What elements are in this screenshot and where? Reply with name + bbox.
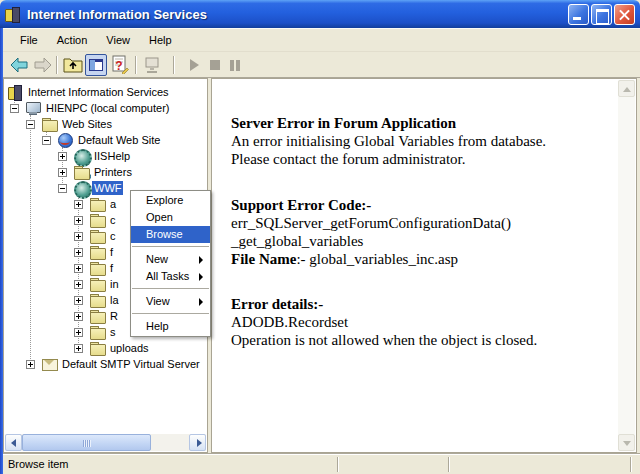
context-menu-open[interactable]: Open [131, 209, 210, 226]
tree-item-default-smtp[interactable]: Default SMTP Virtual Server [5, 356, 206, 372]
expand-box[interactable] [58, 168, 67, 177]
context-menu-browse[interactable]: Browse [131, 226, 210, 243]
expand-box[interactable] [74, 200, 83, 209]
folder-icon [42, 117, 57, 131]
tree-item-default-web-site[interactable]: Default Web Site [5, 132, 206, 148]
tree-item-iishelp[interactable]: IISHelp [5, 148, 206, 164]
expand-box[interactable] [74, 264, 83, 273]
expand-box[interactable] [74, 328, 83, 337]
tree-item-label: Printers [92, 165, 134, 179]
start-service-button [183, 54, 205, 76]
context-menu-separator [132, 288, 209, 290]
error-code-line: err_SQLServer_getForumConfigurationData(… [231, 214, 610, 232]
folder-icon [90, 261, 105, 275]
horizontal-scrollbar-thumb[interactable] [22, 434, 151, 451]
collapse-box[interactable] [10, 104, 19, 113]
back-button[interactable] [10, 57, 28, 73]
vertical-scrollbar [618, 80, 635, 451]
gear-globe-icon [74, 181, 89, 195]
tree-item-label: uploads [108, 341, 151, 355]
globe-icon [58, 133, 73, 147]
collapse-box[interactable] [58, 184, 67, 193]
tree-item-label-selected: WWF [92, 181, 123, 195]
tree-item-web-sites[interactable]: Web Sites [5, 116, 206, 132]
expand-box[interactable] [74, 296, 83, 305]
status-bar-separator [630, 457, 632, 472]
error-detail-line: ADODB.Recordset [231, 313, 610, 331]
stop-service-button [204, 54, 226, 76]
show-hide-console-tree-button[interactable] [85, 54, 107, 76]
menu-action[interactable]: Action [48, 31, 98, 49]
pause-icon [230, 60, 240, 71]
status-bar-separator [337, 457, 339, 472]
context-menu-view[interactable]: View [131, 293, 210, 310]
scroll-right-button[interactable] [189, 434, 206, 451]
context-menu-help[interactable]: Help [131, 318, 210, 335]
menu-help[interactable]: Help [140, 31, 182, 49]
folder-icon [90, 197, 105, 211]
tree-item-label: HIENPC (local computer) [44, 101, 171, 115]
status-bar-separator [448, 457, 450, 472]
tree-item-printers[interactable]: Printers [5, 164, 206, 180]
toolbar-separator [56, 56, 58, 74]
gear-globe-icon [74, 149, 89, 163]
expand-box[interactable] [74, 312, 83, 321]
expand-box[interactable] [74, 232, 83, 241]
up-one-level-button[interactable] [63, 56, 83, 73]
close-button[interactable] [614, 4, 635, 25]
context-menu-explore[interactable]: Explore [131, 192, 210, 209]
tree-item-label: Web Sites [60, 117, 114, 131]
menu-file[interactable]: File [11, 31, 48, 49]
window-title: Internet Information Services [27, 7, 566, 22]
tree-item-iis-root[interactable]: Internet Information Services [5, 84, 206, 100]
context-menu: Explore Open Browse New All Tasks View H… [130, 190, 211, 337]
iis-server-icon [8, 85, 23, 99]
tree-item-label: f [108, 261, 115, 275]
window-left-border [0, 28, 3, 474]
tree-item-label: la [108, 293, 121, 307]
context-menu-separator [132, 246, 209, 248]
tree-item-hienpc[interactable]: HIENPC (local computer) [5, 100, 206, 116]
folder-icon [90, 309, 105, 323]
status-bar: Browse item [0, 453, 640, 474]
folder-icon [90, 341, 105, 355]
error-page-content: Server Error in Forum Application An err… [213, 80, 616, 434]
tree-item-label: R [108, 309, 120, 323]
horizontal-scrollbar [5, 434, 206, 451]
folder-icon [90, 213, 105, 227]
scroll-left-button[interactable] [5, 434, 22, 451]
collapse-box[interactable] [42, 136, 51, 145]
error-details-label: Error details:- [231, 295, 610, 313]
expand-box[interactable] [58, 152, 67, 161]
context-menu-new[interactable]: New [131, 251, 210, 268]
stop-icon [210, 60, 220, 70]
expand-box[interactable] [74, 216, 83, 225]
title-bar: Internet Information Services [0, 0, 640, 28]
tree-item-label: in [108, 277, 121, 291]
scroll-down-button [618, 434, 635, 451]
expand-box[interactable] [26, 360, 35, 369]
expand-box[interactable] [74, 248, 83, 257]
expand-box[interactable] [74, 280, 83, 289]
maximize-button[interactable] [591, 4, 612, 25]
scroll-up-button [618, 80, 635, 97]
folder-icon [90, 245, 105, 259]
context-menu-all-tasks[interactable]: All Tasks [131, 268, 210, 285]
computer-icon [26, 101, 41, 115]
folder-gear-icon [74, 165, 89, 179]
toolbar-separator [173, 56, 175, 74]
minimize-button[interactable] [568, 4, 589, 25]
properties-help-button[interactable]: ? [111, 55, 129, 74]
details-pane: Server Error in Forum Application An err… [211, 78, 637, 453]
support-error-code-label: Support Error Code:- [231, 196, 610, 214]
tree-item-label: Internet Information Services [26, 85, 171, 99]
menu-view[interactable]: View [97, 31, 140, 49]
error-detail-line: Operation is not allowed when the object… [231, 331, 610, 349]
folder-icon [90, 229, 105, 243]
tree-item-label: s [108, 325, 118, 339]
collapse-box[interactable] [26, 120, 35, 129]
expand-box[interactable] [74, 344, 83, 353]
error-line: An error initialising Global Variables f… [231, 132, 610, 150]
tree-item-uploads[interactable]: uploads [5, 340, 206, 356]
tree-item-label: IISHelp [92, 149, 132, 163]
